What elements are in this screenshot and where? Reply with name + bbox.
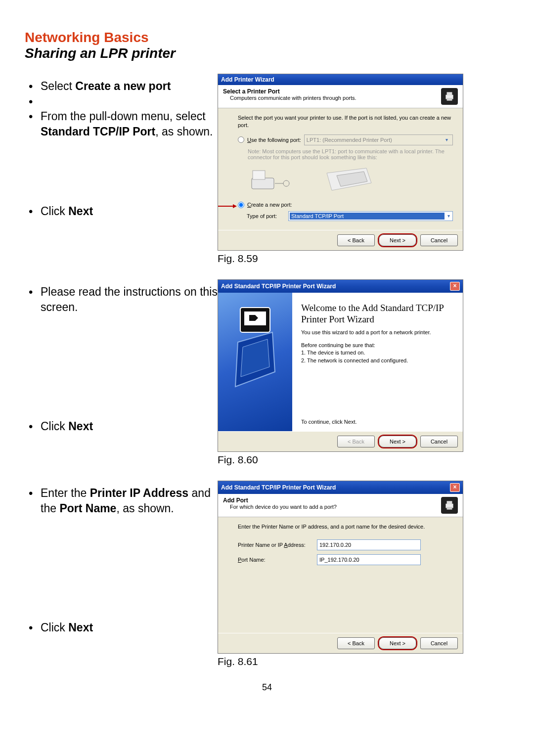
next-button[interactable]: Next > — [379, 637, 416, 649]
addport-intro: Enter the Printer Name or IP address, an… — [238, 523, 453, 531]
dialog-titlebar[interactable]: Add Standard TCP/IP Printer Port Wizard … — [218, 280, 463, 293]
wizard-line2: Before continuing be sure that: — [301, 342, 454, 349]
printer-ip-label: Printer Name or IP Address: — [238, 542, 317, 548]
dialog-title: Add Printer Wizard — [221, 76, 274, 83]
dialog-titlebar[interactable]: Add Standard TCP/IP Printer Port Wizard … — [218, 481, 463, 494]
svg-rect-2 — [447, 98, 452, 100]
use-following-port-label: UUse the following port:se the following… — [247, 137, 301, 143]
printer-icon — [441, 88, 458, 105]
wizard-continue-text: To continue, click Next. — [301, 418, 454, 426]
back-button[interactable]: < Back — [337, 637, 375, 649]
use-following-port-radio[interactable] — [238, 136, 244, 143]
close-icon[interactable]: × — [450, 483, 460, 492]
instr-click-next-1: Click Next — [25, 204, 218, 219]
instr-read-screen: Please read the instructions on this scr… — [25, 284, 218, 315]
svg-rect-15 — [447, 507, 452, 509]
next-button[interactable]: Next > — [379, 234, 416, 246]
dialog-subheading: For which device do you want to add a po… — [230, 504, 441, 510]
svg-rect-14 — [447, 501, 452, 504]
wizard-li1: 1. The device is turned on. — [301, 349, 454, 356]
existing-port-combo[interactable]: LPT1: (Recommended Printer Port) ▾ — [304, 134, 453, 145]
tcpip-port-wizard-welcome-dialog: Add Standard TCP/IP Printer Port Wizard … — [218, 279, 463, 452]
svg-rect-4 — [253, 171, 265, 179]
dialog-heading: Add Port — [223, 497, 441, 504]
close-icon[interactable]: × — [450, 282, 460, 291]
port-note-text: Note: Most computers use the LPT1: port … — [248, 148, 453, 160]
dialog-title: Add Standard TCP/IP Printer Port Wizard — [221, 283, 336, 290]
wizard-sidebar-image — [218, 293, 292, 431]
figure-caption: Fig. 8.59 — [218, 253, 509, 265]
page-title: Networking Basics — [25, 30, 509, 45]
wizard-welcome-heading: Welcome to the Add Standard TCP/IP Print… — [301, 303, 454, 325]
create-new-port-radio[interactable] — [238, 202, 244, 208]
cancel-button[interactable]: Cancel — [420, 637, 458, 649]
create-new-port-label: Create a new port: — [247, 202, 292, 208]
add-printer-wizard-dialog: Add Printer Wizard Select a Printer Port… — [218, 74, 463, 251]
dialog-title: Add Standard TCP/IP Printer Port Wizard — [221, 484, 336, 491]
instr-select-standard-port: From the pull-down menu, select Standard… — [25, 109, 218, 139]
dialog-titlebar[interactable]: Add Printer Wizard — [218, 74, 463, 85]
type-of-port-label: Type of port: — [247, 213, 285, 219]
dialog-intro-text: Select the port you want your printer to… — [238, 114, 453, 130]
dialog-subheading: Computers communicate with printers thro… — [230, 95, 441, 101]
wizard-line1: You use this wizard to add a port for a … — [301, 329, 454, 336]
back-button[interactable]: < Back — [337, 234, 375, 246]
next-button[interactable]: Next > — [379, 436, 416, 447]
figure-caption: Fig. 8.61 — [218, 656, 509, 667]
port-type-combo[interactable]: Standard TCP/IP Port ▾ — [288, 211, 453, 221]
svg-rect-1 — [447, 92, 452, 95]
instr-click-next-3: Click Next — [25, 620, 218, 635]
cancel-button[interactable]: Cancel — [420, 234, 458, 246]
figure-caption: Fig. 8.60 — [218, 454, 509, 466]
page-subtitle: Sharing an LPR printer — [25, 45, 509, 61]
wizard-li2: 2. The network is connected and configur… — [301, 357, 454, 364]
dialog-heading: Select a Printer Port — [223, 88, 441, 95]
svg-point-6 — [283, 180, 289, 186]
back-button: < Back — [337, 436, 375, 447]
cancel-button[interactable]: Cancel — [420, 436, 458, 447]
tcpip-port-wizard-addport-dialog: Add Standard TCP/IP Printer Port Wizard … — [218, 481, 463, 654]
port-name-label: Port Name: — [238, 557, 317, 563]
page-number: 54 — [25, 682, 509, 693]
port-name-input[interactable] — [317, 554, 421, 565]
red-arrow-icon — [218, 204, 237, 210]
printer-icon — [441, 497, 458, 514]
chevron-down-icon: ▾ — [443, 137, 450, 142]
instr-enter-ip-port: Enter the Printer IP Address and the Por… — [25, 486, 218, 516]
instr-click-next-2: Click Next — [25, 419, 218, 434]
instr-select-create-port: Select Create a new port — [25, 79, 218, 94]
printer-ip-input[interactable] — [317, 539, 421, 550]
chevron-down-icon: ▾ — [445, 213, 452, 219]
connector-illustration — [248, 163, 453, 198]
svg-marker-8 — [233, 204, 237, 208]
